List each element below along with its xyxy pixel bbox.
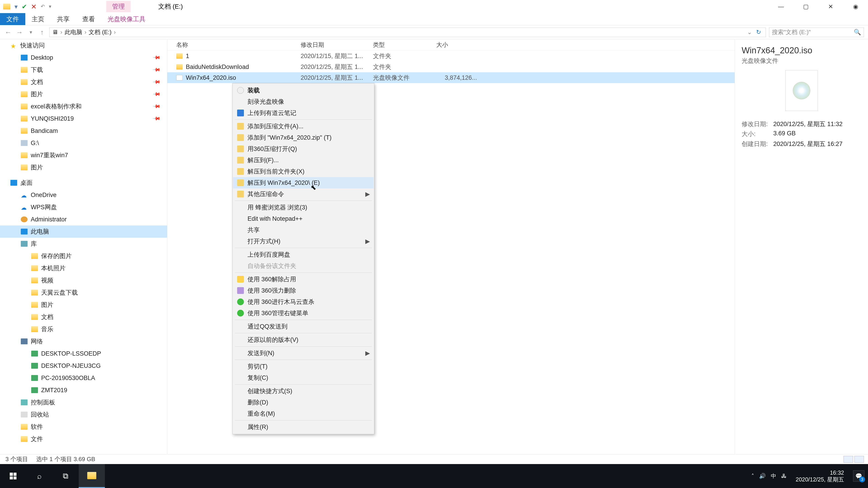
tree-pictures3[interactable]: 图片	[0, 299, 167, 311]
menu-item[interactable]: 上传到百度网盘	[233, 249, 374, 260]
up-button[interactable]: ↑	[38, 29, 46, 36]
network-icon[interactable]: 🖧	[781, 473, 786, 479]
menu-item[interactable]: 通过QQ发送到	[233, 321, 374, 332]
tree-music[interactable]: 音乐	[0, 323, 167, 335]
tree-bandicam[interactable]: Bandicam	[0, 125, 167, 137]
tree-net2[interactable]: DESKTOP-NJEU3CG	[0, 360, 167, 372]
search-button[interactable]: ⌕	[26, 464, 53, 488]
tree-wps[interactable]: ☁WPS网盘	[0, 201, 167, 213]
menu-item[interactable]: 解压到(F)...	[233, 155, 374, 166]
tree-files[interactable]: 文件	[0, 433, 167, 445]
tree-admin[interactable]: Administrator	[0, 213, 167, 225]
tree-pictures2[interactable]: 图片	[0, 161, 167, 173]
tab-file[interactable]: 文件	[0, 13, 25, 25]
menu-item[interactable]: 刻录光盘映像	[233, 96, 374, 107]
chevron-icon[interactable]: ›	[60, 29, 62, 36]
history-dropdown[interactable]: ▾	[27, 29, 35, 35]
tree-net1[interactable]: DESKTOP-LSSOEDP	[0, 348, 167, 360]
breadcrumb[interactable]: 🖥 › 此电脑 › 文档 (E:) › ⌄ ↻	[49, 28, 766, 37]
menu-item[interactable]: 上传到有道云笔记	[233, 107, 374, 119]
file-row[interactable]: Win7x64_2020.iso2020/12/25, 星期五 1...光盘映像…	[167, 72, 735, 83]
close-button[interactable]: ✕	[818, 0, 843, 13]
column-date[interactable]: 修改日期	[301, 41, 373, 49]
qat-check-icon[interactable]: ✔	[22, 3, 27, 10]
tree-software[interactable]: 软件	[0, 421, 167, 433]
tree-pictures[interactable]: 图片📌	[0, 88, 167, 100]
column-type[interactable]: 类型	[373, 41, 436, 49]
tree-docs[interactable]: 文档	[0, 311, 167, 323]
tab-view[interactable]: 查看	[76, 13, 101, 25]
tree-control-panel[interactable]: 控制面板	[0, 396, 167, 409]
refresh-button[interactable]: ↻	[754, 29, 763, 36]
tree-libraries[interactable]: 库	[0, 238, 167, 250]
action-center-button[interactable]: 💬3	[853, 470, 864, 482]
search-input[interactable]: 搜索"文档 (E:)" 🔍	[769, 28, 864, 37]
menu-item[interactable]: Edit with Notepad++	[233, 213, 374, 224]
task-view-button[interactable]: ⧉	[53, 464, 79, 488]
menu-item[interactable]: 使用 360进行木马云查杀	[233, 296, 374, 307]
tab-disc-image-tools[interactable]: 光盘映像工具	[101, 13, 152, 25]
menu-item[interactable]: 属性(R)	[233, 421, 374, 433]
file-row[interactable]: BaiduNetdiskDownload2020/12/25, 星期五 1...…	[167, 61, 735, 72]
tree-net4[interactable]: ZMT2019	[0, 384, 167, 396]
breadcrumb-pc[interactable]: 此电脑	[65, 28, 82, 36]
tree-network[interactable]: 网络	[0, 335, 167, 348]
forward-button[interactable]: →	[16, 29, 24, 36]
tree-net3[interactable]: PC-20190530OBLA	[0, 372, 167, 384]
menu-item[interactable]: 使用 360强力删除	[233, 285, 374, 296]
menu-item[interactable]: 添加到 "Win7x64_2020.zip" (T)	[233, 132, 374, 143]
menu-item[interactable]: 用360压缩打开(Q)	[233, 143, 374, 155]
volume-icon[interactable]: 🔊	[759, 473, 766, 479]
ime-indicator[interactable]: 中	[771, 473, 776, 480]
menu-item[interactable]: 其他压缩命令▶	[233, 188, 374, 200]
tree-downloads[interactable]: 下载📌	[0, 64, 167, 76]
tree-videos[interactable]: 视频	[0, 274, 167, 287]
tree-tianyi[interactable]: 天翼云盘下载	[0, 287, 167, 299]
view-details-button[interactable]	[844, 456, 853, 463]
tab-home[interactable]: 主页	[25, 13, 51, 25]
menu-item[interactable]: 解压到当前文件夹(X)	[233, 166, 374, 177]
tab-share[interactable]: 共享	[51, 13, 76, 25]
menu-item[interactable]: 发送到(N)▶	[233, 348, 374, 359]
menu-item[interactable]: 剪切(T)	[233, 361, 374, 372]
breadcrumb-dropdown-icon[interactable]: ⌄	[747, 29, 752, 36]
menu-item[interactable]: 创建快捷方式(S)	[233, 385, 374, 397]
menu-item[interactable]: 解压到 Win7x64_2020\ (E)	[233, 177, 374, 188]
explorer-taskbar-button[interactable]	[79, 464, 105, 488]
tree-gdrive[interactable]: G:\	[0, 137, 167, 149]
column-name[interactable]: 名称	[167, 41, 301, 49]
view-large-button[interactable]	[855, 456, 864, 463]
tree-this-pc[interactable]: 此电脑	[0, 225, 167, 238]
menu-item[interactable]: 使用 360管理右键菜单	[233, 307, 374, 319]
back-button[interactable]: ←	[4, 29, 12, 36]
tree-onedrive[interactable]: ☁OneDrive	[0, 189, 167, 201]
tree-quick-access[interactable]: ★快速访问	[0, 39, 167, 52]
breadcrumb-drive[interactable]: 文档 (E:)	[89, 28, 112, 36]
chevron-icon[interactable]: ›	[85, 29, 87, 36]
menu-item[interactable]: 删除(D)	[233, 397, 374, 408]
tray-overflow-icon[interactable]: ˄	[751, 473, 754, 479]
menu-item[interactable]: 还原以前的版本(V)	[233, 334, 374, 346]
qat-dropdown-icon[interactable]: ▾	[49, 4, 51, 9]
minimize-button[interactable]: —	[769, 0, 794, 13]
tree-desktop-root[interactable]: 桌面	[0, 177, 167, 189]
tree-recycle[interactable]: 回收站	[0, 409, 167, 421]
maximize-button[interactable]: ▢	[794, 0, 818, 13]
tree-yunqishi[interactable]: YUNQISHI2019📌	[0, 112, 167, 125]
column-size[interactable]: 大小	[436, 41, 482, 49]
qat-close-icon[interactable]: ✕	[31, 3, 37, 11]
tree-desktop[interactable]: Desktop📌	[0, 52, 167, 64]
help-icon[interactable]: ◉	[843, 0, 868, 13]
chevron-icon[interactable]: ›	[114, 29, 116, 36]
menu-item[interactable]: 装载	[233, 85, 374, 96]
file-row[interactable]: 12020/12/15, 星期二 1...文件夹	[167, 51, 735, 61]
menu-item[interactable]: 打开方式(H)▶	[233, 236, 374, 247]
menu-item[interactable]: 重命名(M)	[233, 408, 374, 419]
menu-item[interactable]: 共享	[233, 224, 374, 236]
search-icon[interactable]: 🔍	[854, 29, 861, 36]
menu-item[interactable]: 使用 360解除占用	[233, 273, 374, 285]
tree-win7[interactable]: win7重装win7	[0, 149, 167, 161]
clock[interactable]: 16:32 2020/12/25, 星期五	[792, 469, 848, 483]
qat-pin-icon[interactable]: ▾	[14, 3, 18, 10]
tree-documents[interactable]: 文档📌	[0, 76, 167, 88]
